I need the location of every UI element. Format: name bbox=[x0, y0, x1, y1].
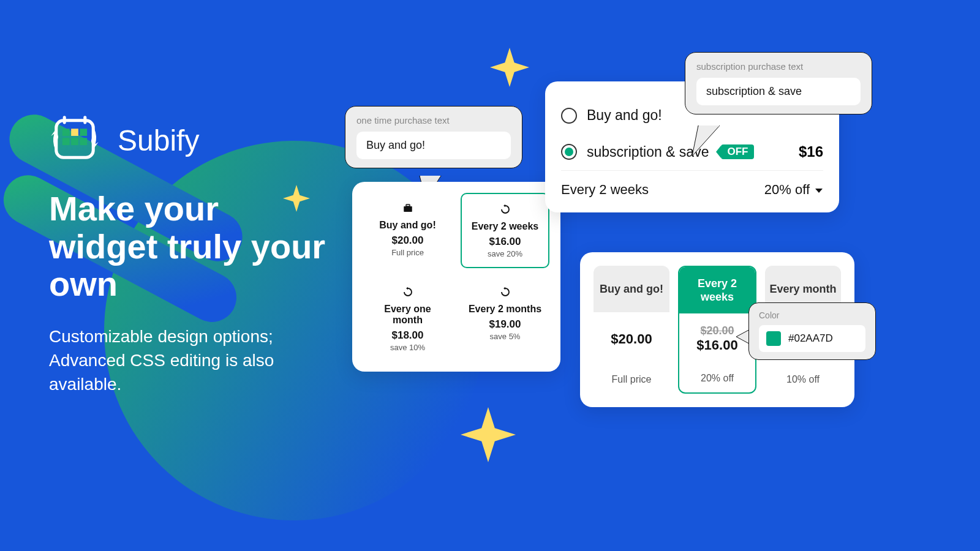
svg-rect-3 bbox=[80, 129, 87, 136]
tile-title: Every 2 weeks bbox=[467, 221, 543, 232]
input-label: one time purchase text bbox=[356, 115, 511, 126]
color-swatch bbox=[766, 331, 781, 346]
tile-subtitle: save 5% bbox=[466, 332, 545, 341]
svg-rect-2 bbox=[71, 129, 78, 136]
svg-rect-4 bbox=[62, 138, 70, 145]
tile-price: $16.00 bbox=[467, 236, 543, 248]
tile-price: $20.00 bbox=[368, 234, 447, 247]
radio-icon bbox=[561, 108, 577, 124]
sparkle-icon bbox=[490, 48, 529, 87]
sparkle-icon bbox=[461, 407, 516, 462]
frequency-discount: 20% off bbox=[764, 182, 810, 198]
frequency-selector[interactable]: Every 2 weeks 20% off bbox=[561, 170, 823, 201]
subscription-text-input[interactable]: subscription & save bbox=[696, 78, 861, 105]
bubble-tail bbox=[692, 126, 723, 162]
tile-subtitle: save 20% bbox=[467, 249, 543, 258]
subify-logo-icon bbox=[49, 113, 100, 167]
column-footer: Full price bbox=[594, 365, 669, 394]
column-header: Every 2 weeks bbox=[679, 267, 755, 313]
color-hex-value: #02AA7D bbox=[788, 332, 833, 345]
radio-icon bbox=[561, 144, 577, 160]
refresh-icon bbox=[500, 204, 511, 217]
column-header: Buy and go! bbox=[594, 266, 669, 312]
tile-title: Every 2 months bbox=[466, 304, 545, 315]
plan-tile[interactable]: Every 2 months $19.00 save 5% bbox=[461, 277, 549, 361]
discount-tag: OFF bbox=[721, 144, 754, 159]
color-label: Color bbox=[759, 310, 865, 320]
tile-price: $18.00 bbox=[368, 329, 447, 342]
column-footer: 10% off bbox=[765, 365, 841, 394]
tile-subtitle: Full price bbox=[368, 248, 447, 257]
widget-grid-preview: Buy and go! $20.00 Full price Every 2 we… bbox=[352, 182, 560, 372]
frequency-label: Every 2 weeks bbox=[561, 182, 649, 198]
radio-label: Buy and go! bbox=[587, 107, 662, 124]
one-time-text-input[interactable]: Buy and go! bbox=[356, 132, 511, 159]
briefcase-icon bbox=[368, 203, 447, 216]
svg-rect-8 bbox=[406, 204, 410, 206]
color-picker-popover: Color #02AA7D bbox=[748, 302, 876, 360]
brand-name: Subify bbox=[118, 124, 199, 157]
plan-price: $16 bbox=[799, 143, 823, 160]
column-price: $20.00 bbox=[596, 331, 667, 347]
refresh-icon bbox=[402, 287, 413, 300]
radio-label: subscription & save bbox=[587, 144, 709, 160]
plan-column[interactable]: Buy and go! $20.00 Full price bbox=[594, 266, 669, 394]
plan-tile[interactable]: Every one month $18.00 save 10% bbox=[363, 277, 452, 361]
logo-row: Subify bbox=[49, 113, 199, 167]
color-input[interactable]: #02AA7D bbox=[759, 325, 865, 352]
svg-rect-7 bbox=[404, 206, 412, 212]
hero-headline: Make your widget truly your own bbox=[49, 190, 331, 303]
column-footer: 20% off bbox=[679, 364, 755, 392]
svg-rect-5 bbox=[71, 138, 78, 145]
input-label: subscription purchase text bbox=[696, 61, 861, 72]
plan-tile[interactable]: Every 2 weeks $16.00 save 20% bbox=[461, 193, 549, 268]
hero-subtext: Customizable design options; Advanced CS… bbox=[49, 324, 318, 397]
subscription-text-editor: subscription purchase text subscription … bbox=[685, 52, 872, 114]
tile-price: $19.00 bbox=[466, 318, 545, 331]
svg-rect-6 bbox=[80, 138, 87, 145]
plan-tile[interactable]: Buy and go! $20.00 Full price bbox=[363, 193, 452, 268]
svg-rect-1 bbox=[62, 129, 70, 136]
one-time-text-editor: one time purchase text Buy and go! bbox=[345, 106, 522, 168]
tile-title: Buy and go! bbox=[368, 220, 447, 231]
refresh-icon bbox=[500, 287, 511, 300]
chevron-down-icon bbox=[815, 182, 823, 198]
tile-subtitle: save 10% bbox=[368, 343, 447, 352]
tile-title: Every one month bbox=[368, 304, 447, 326]
